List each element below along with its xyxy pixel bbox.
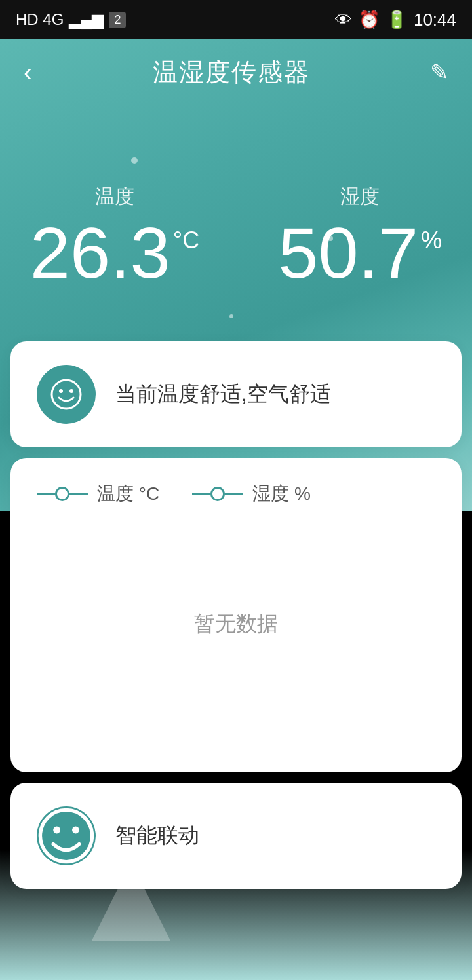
- dot-decoration-4: [229, 314, 233, 318]
- linkage-icon-svg: [37, 806, 96, 865]
- page-title: 温湿度传感器: [153, 56, 310, 89]
- legend-hum-dot: [210, 487, 225, 501]
- time-display: 10:44: [414, 10, 456, 30]
- sensor-readings: 温度 26.3 °C 湿度 50.7 %: [0, 183, 472, 289]
- top-navigation: ‹ 温湿度传感器 ✎: [0, 39, 472, 105]
- comfort-text: 当前温度舒适,空气舒适: [115, 380, 331, 409]
- chart-legend: 温度 °C 湿度 %: [37, 481, 435, 506]
- legend-temp-dot: [55, 487, 69, 501]
- legend-temperature[interactable]: 温度 °C: [37, 481, 159, 506]
- svg-point-5: [72, 827, 79, 834]
- temperature-value: 26.3 °C: [30, 217, 200, 289]
- legend-line-seg-2: [69, 493, 88, 495]
- edit-button[interactable]: ✎: [430, 59, 448, 85]
- svg-point-2: [69, 389, 73, 393]
- svg-point-4: [53, 827, 60, 834]
- svg-point-1: [59, 389, 63, 393]
- temp-number: 26.3: [30, 217, 170, 289]
- dot-decoration-1: [131, 157, 138, 164]
- svg-point-3: [40, 810, 92, 861]
- humidity-block: 湿度 50.7 %: [239, 183, 472, 289]
- legend-hum-line-seg-2: [225, 493, 243, 495]
- status-right: 👁 ⏰ 🔋 10:44: [335, 10, 456, 30]
- legend-line-seg-1: [37, 493, 55, 495]
- chart-empty-state: 暂无数据: [37, 526, 435, 723]
- temperature-label: 温度: [95, 183, 134, 210]
- temperature-block: 温度 26.3 °C: [0, 183, 239, 289]
- chart-card: 温度 °C 湿度 % 暂无数据: [10, 458, 462, 772]
- legend-temp-label: 温度 °C: [97, 481, 159, 506]
- humidity-label: 湿度: [340, 183, 380, 210]
- app-container: ‹ 温湿度传感器 ✎ 温度 26.3 °C 湿度 50.7 %: [0, 39, 472, 980]
- smiley-icon: [50, 378, 83, 411]
- content-area: 当前温度舒适,空气舒适 温度 °C: [0, 341, 472, 902]
- legend-hum-line-seg-1: [192, 493, 210, 495]
- empty-text: 暂无数据: [194, 610, 278, 639]
- legend-hum-label: 湿度 %: [252, 481, 311, 506]
- eye-icon: 👁: [335, 10, 352, 30]
- hd-label: HD 4G: [16, 10, 64, 29]
- temp-unit: °C: [173, 229, 199, 252]
- smart-linkage-icon: [37, 806, 96, 865]
- battery-icon: 🔋: [386, 10, 407, 30]
- status-left: HD 4G ▂▄▆ 2: [16, 10, 126, 29]
- smart-linkage-text: 智能联动: [115, 821, 199, 850]
- hum-unit: %: [421, 229, 442, 252]
- notification-badge: 2: [109, 12, 126, 28]
- legend-temp-line: [37, 487, 88, 501]
- alarm-icon: ⏰: [359, 10, 380, 30]
- legend-humidity[interactable]: 湿度 %: [192, 481, 311, 506]
- status-bar: HD 4G ▂▄▆ 2 👁 ⏰ 🔋 10:44: [0, 0, 472, 39]
- smart-linkage-card[interactable]: 智能联动: [10, 783, 462, 889]
- humidity-value: 50.7 %: [278, 217, 442, 289]
- comfort-icon: [37, 365, 96, 424]
- hum-number: 50.7: [278, 217, 418, 289]
- comfort-card: 当前温度舒适,空气舒适: [10, 341, 462, 447]
- signal-bars: ▂▄▆: [69, 10, 104, 29]
- svg-point-0: [52, 380, 81, 409]
- legend-hum-line: [192, 487, 243, 501]
- back-button[interactable]: ‹: [24, 58, 32, 87]
